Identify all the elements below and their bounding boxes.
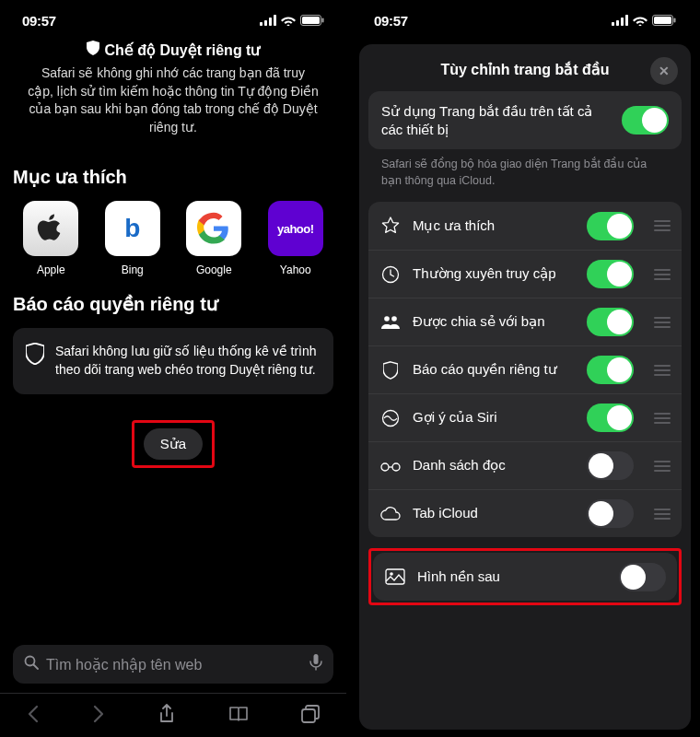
status-bar: 09:57 [352, 0, 698, 41]
option-label: Danh sách đọc [413, 457, 576, 474]
favorites-title: Mục ưa thích [13, 166, 333, 188]
google-icon [186, 201, 241, 256]
shield-icon [87, 41, 99, 59]
option-toggle[interactable] [587, 356, 634, 384]
option-label: Được chia sẻ với bạn [413, 313, 576, 331]
search-icon [24, 655, 39, 673]
left-content: Chế độ Duyệt riêng tư Safari sẽ không gh… [0, 41, 346, 468]
option-toggle[interactable] [587, 451, 634, 480]
svg-rect-11 [612, 22, 614, 26]
option-toggle[interactable] [587, 212, 634, 240]
option-label: Tab iCloud [413, 505, 576, 522]
background-group: Hình nền sau [373, 553, 677, 601]
private-mode-card: Chế độ Duyệt riêng tư Safari sẽ không gh… [13, 41, 333, 149]
background-toggle[interactable] [619, 563, 666, 591]
status-bar: 09:57 [0, 0, 346, 41]
yahoo-icon: yahoo! [268, 201, 323, 256]
option-toggle[interactable] [587, 404, 634, 432]
svg-rect-9 [314, 654, 319, 664]
back-icon[interactable] [27, 705, 40, 727]
highlight-frame-edit: Sửa [132, 420, 215, 468]
option-background-image[interactable]: Hình nền sau [373, 553, 677, 601]
favorite-bing[interactable]: b Bing [95, 201, 171, 276]
sheet-header: Tùy chỉnh trang bắt đầu ✕ [368, 57, 682, 91]
drag-handle-icon[interactable] [654, 365, 671, 376]
option-toggle[interactable] [587, 499, 634, 528]
sheet-title: Tùy chỉnh trang bắt đầu [440, 61, 609, 78]
sync-row[interactable]: Sử dụng Trang bắt đầu trên tất cả các th… [368, 91, 682, 149]
drag-handle-icon[interactable] [654, 220, 671, 231]
status-time: 09:57 [374, 13, 408, 29]
edit-button[interactable]: Sửa [144, 428, 203, 460]
svg-point-22 [381, 463, 389, 471]
svg-rect-0 [260, 22, 262, 26]
option-label: Hình nền sau [417, 568, 608, 586]
bing-icon: b [105, 201, 160, 256]
siri-icon [379, 409, 402, 427]
svg-rect-3 [274, 15, 276, 26]
favorite-yahoo[interactable]: yahoo! Yahoo [258, 201, 334, 276]
favorite-apple[interactable]: Apple [13, 201, 89, 276]
bottom-bar: Tìm hoặc nhập tên web [0, 626, 346, 737]
fav-label: Bing [122, 263, 144, 276]
svg-rect-6 [322, 18, 324, 22]
customize-sheet: Tùy chỉnh trang bắt đầu ✕ Sử dụng Trang … [359, 44, 691, 730]
close-icon: ✕ [659, 64, 670, 78]
option-privacy-report[interactable]: Báo cáo quyền riêng tư [368, 345, 682, 393]
star-icon [379, 216, 402, 235]
highlight-frame-background: Hình nền sau [368, 548, 682, 605]
favorite-google[interactable]: Google [176, 201, 252, 276]
option-label: Thường xuyên truy cập [413, 265, 576, 283]
drag-handle-icon[interactable] [654, 317, 671, 328]
share-icon[interactable] [158, 704, 175, 728]
privacy-card-text: Safari không lưu giữ số liệu thống kê về… [55, 343, 321, 379]
option-label: Báo cáo quyền riêng tư [413, 361, 576, 379]
svg-rect-13 [621, 18, 624, 26]
edit-button-wrap: Sửa [13, 420, 333, 468]
option-frequently-visited[interactable]: Thường xuyên truy cập [368, 250, 682, 298]
drag-handle-icon[interactable] [654, 461, 671, 472]
forward-icon[interactable] [92, 705, 105, 727]
privacy-card: Safari không lưu giữ số liệu thống kê về… [13, 328, 333, 393]
svg-point-25 [390, 572, 393, 576]
option-toggle[interactable] [587, 308, 634, 336]
option-toggle[interactable] [587, 260, 634, 288]
svg-rect-10 [302, 709, 315, 722]
privacy-section-title: Báo cáo quyền riêng tư [13, 293, 333, 315]
close-button[interactable]: ✕ [650, 57, 678, 85]
image-icon [384, 568, 406, 585]
fav-label: Yahoo [280, 263, 311, 276]
svg-rect-12 [616, 20, 619, 26]
option-icloud-tabs[interactable]: Tab iCloud [368, 489, 682, 537]
svg-rect-17 [674, 18, 676, 22]
sync-toggle[interactable] [622, 106, 669, 135]
option-shared-with-you[interactable]: Được chia sẻ với bạn [368, 298, 682, 345]
svg-point-20 [391, 316, 397, 322]
option-siri-suggestions[interactable]: Gợi ý của Siri [368, 393, 682, 441]
shield-icon [26, 343, 44, 368]
wifi-icon [281, 13, 296, 29]
option-favorites[interactable]: Mục ưa thích [368, 202, 682, 250]
tabs-icon[interactable] [301, 705, 320, 727]
search-field[interactable]: Tìm hoặc nhập tên web [13, 645, 333, 684]
option-reading-list[interactable]: Danh sách đọc [368, 441, 682, 489]
svg-rect-1 [264, 20, 267, 26]
bookmarks-icon[interactable] [228, 706, 249, 726]
drag-handle-icon[interactable] [654, 269, 671, 280]
glasses-icon [379, 461, 402, 472]
drag-handle-icon[interactable] [654, 509, 671, 520]
status-time: 09:57 [22, 13, 56, 29]
svg-rect-5 [302, 17, 320, 24]
option-label: Mục ưa thích [413, 217, 576, 235]
apple-icon [23, 201, 78, 256]
search-placeholder: Tìm hoặc nhập tên web [46, 656, 302, 673]
svg-rect-24 [386, 569, 404, 584]
left-phone: 09:57 Chế độ Duyệt riêng tư Safari sẽ kh… [0, 0, 346, 737]
wifi-icon [633, 13, 648, 29]
cloud-icon [379, 507, 402, 521]
mic-icon[interactable] [309, 654, 322, 674]
status-icons [260, 13, 324, 29]
svg-point-19 [384, 316, 390, 322]
battery-icon [300, 13, 324, 29]
drag-handle-icon[interactable] [654, 413, 671, 424]
